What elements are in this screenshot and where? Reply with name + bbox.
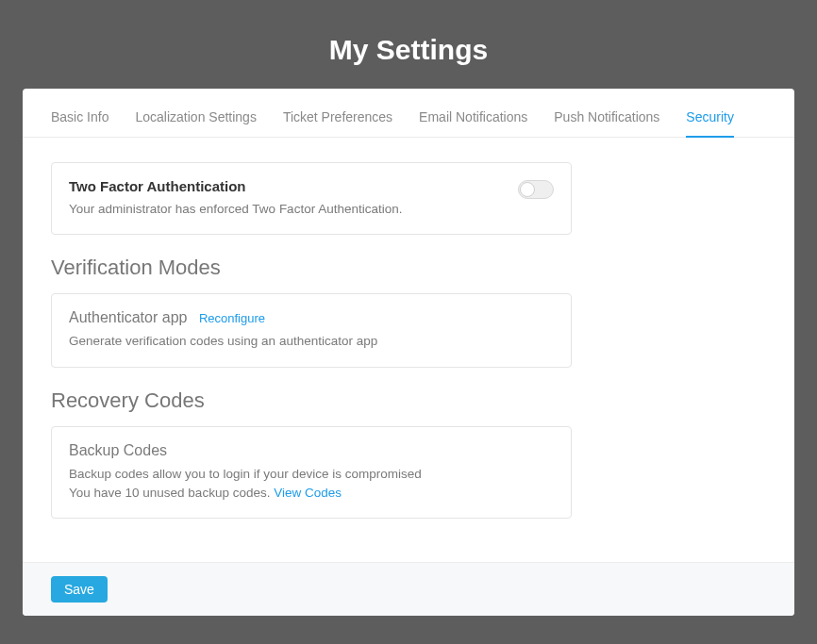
backup-codes-status: You have 10 unused backup codes. [69,486,274,500]
tab-push-notifications[interactable]: Push Notifications [554,109,659,138]
tab-basic-info[interactable]: Basic Info [51,109,108,138]
tfa-toggle-knob [520,182,535,197]
tfa-desc: Your administrator has enforced Two Fact… [69,200,554,219]
tab-ticket-preferences[interactable]: Ticket Preferences [283,109,392,138]
panel-footer: Save [23,562,794,616]
backup-codes-card: Backup Codes Backup codes allow you to l… [51,426,572,520]
view-codes-link[interactable]: View Codes [274,486,342,500]
backup-codes-status-row: You have 10 unused backup codes. View Co… [69,484,554,503]
authenticator-title: Authenticator app [69,309,187,326]
tab-email-notifications[interactable]: Email Notifications [419,109,527,138]
authenticator-desc: Generate verification codes using an aut… [69,332,554,351]
backup-codes-title: Backup Codes [69,442,554,459]
authenticator-card: Authenticator app Reconfigure Generate v… [51,293,572,367]
tfa-card: Two Factor Authentication Your administr… [51,162,572,235]
security-content: Two Factor Authentication Your administr… [23,138,600,519]
save-button[interactable]: Save [51,576,108,603]
tab-security[interactable]: Security [686,109,734,138]
tfa-title: Two Factor Authentication [69,178,554,194]
backup-codes-desc: Backup codes allow you to login if your … [69,465,554,484]
reconfigure-link[interactable]: Reconfigure [199,311,265,325]
recovery-codes-heading: Recovery Codes [51,388,572,413]
page-title: My Settings [0,0,817,89]
tabs-row: Basic Info Localization Settings Ticket … [23,89,794,138]
verification-modes-heading: Verification Modes [51,256,572,280]
tfa-toggle[interactable] [518,180,554,199]
settings-panel: Basic Info Localization Settings Ticket … [23,89,794,616]
tab-localization-settings[interactable]: Localization Settings [135,109,256,138]
